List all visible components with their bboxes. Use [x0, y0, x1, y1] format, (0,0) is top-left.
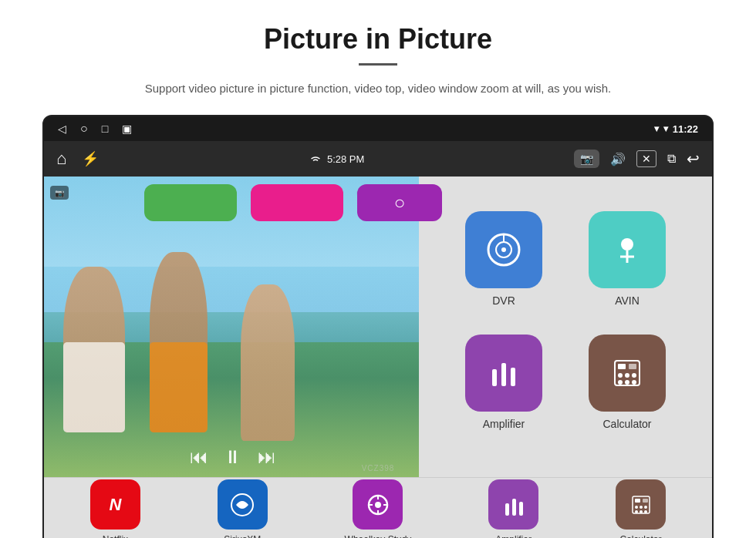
pip-next-button[interactable]: ⏭ [258, 446, 276, 468]
svg-point-18 [632, 380, 636, 385]
amplifier-label: Amplifier [483, 418, 525, 430]
netflix-icon-box[interactable]: N [90, 479, 140, 530]
dvr-icon-box[interactable] [465, 211, 542, 288]
avin-label: AVIN [615, 294, 640, 307]
calculator2-label: Calculator [620, 534, 662, 538]
wheelkey-icon-box[interactable] [353, 479, 403, 530]
svg-point-35 [635, 510, 638, 513]
avin-icon-box[interactable] [589, 211, 666, 288]
svg-point-32 [635, 506, 638, 509]
calculator2-icon [627, 491, 655, 519]
bottom-app-wheelkey[interactable]: Wheelkey Study [345, 479, 412, 538]
svg-rect-26 [505, 503, 509, 516]
top-app-btn-purple[interactable]: ○ [357, 184, 442, 221]
svg-point-16 [618, 380, 623, 385]
back-button[interactable]: ↩ [687, 150, 700, 168]
top-app-btn-green[interactable] [144, 184, 237, 221]
pip-camera-indicator: 📷 [50, 186, 69, 200]
dvr-label: DVR [492, 294, 515, 307]
svg-point-17 [625, 380, 629, 385]
calculator-label: Calculator [602, 418, 651, 430]
amplifier2-label: Amplifier [495, 534, 532, 538]
clock-display: 11:22 [673, 123, 698, 135]
usb-icon: ⚡ [82, 150, 99, 167]
wheelkey-icon [364, 491, 392, 519]
app-item-avin[interactable]: AVIN [573, 211, 681, 319]
back-nav-icon[interactable]: ◁ [58, 123, 66, 135]
siriusxm-icon-box[interactable] [218, 479, 268, 530]
pip-prev-button[interactable]: ⏮ [190, 446, 208, 468]
app-bar: ⌂ ⚡ 5:28 PM 📷 🔊 ✕ ⧉ ↩ [44, 141, 712, 177]
watermark: VCZ398 [362, 464, 395, 472]
svg-point-2 [501, 247, 506, 252]
signal-icon: ▾ [663, 123, 668, 134]
app-item-calculator[interactable]: Calculator [573, 335, 681, 442]
svg-point-33 [640, 506, 643, 509]
svg-rect-31 [643, 499, 648, 503]
amplifier-icon [484, 354, 523, 392]
calculator2-icon-box[interactable] [616, 479, 666, 530]
camera-button[interactable]: 📷 [574, 150, 599, 168]
app-bar-right: 📷 🔊 ✕ ⧉ ↩ [574, 150, 700, 168]
device-frame: ◁ ○ □ ▣ ▾ ▾ 11:22 ⌂ ⚡ [42, 115, 714, 538]
svg-rect-27 [512, 499, 516, 516]
amplifier-icon-box[interactable] [465, 335, 542, 412]
close-button[interactable]: ✕ [636, 150, 656, 167]
bottom-app-amplifier[interactable]: Amplifier [488, 479, 538, 538]
svg-rect-11 [618, 364, 626, 369]
svg-point-13 [618, 373, 623, 378]
bottom-app-netflix[interactable]: N Netflix [90, 479, 140, 538]
bottom-app-calculator[interactable]: Calculator [616, 479, 666, 538]
bottom-apps-row: N Netflix SiriusXM [44, 477, 712, 538]
svg-rect-9 [511, 368, 515, 386]
pip-play-pause-button[interactable]: ⏸ [224, 446, 242, 468]
avin-icon [608, 230, 646, 269]
pip-overlay: 📷 − + ✕ ⏮ [44, 177, 422, 477]
svg-point-37 [644, 510, 647, 513]
svg-point-4 [621, 238, 633, 251]
svg-rect-12 [629, 364, 636, 369]
pip-video: 📷 − + ✕ ⏮ [44, 177, 422, 477]
time-display: 5:28 PM [327, 153, 364, 165]
pip-container[interactable]: 📷 − + ✕ ⏮ [44, 177, 422, 477]
amplifier2-icon-box[interactable] [488, 479, 538, 530]
page-title: Picture in Picture [31, 23, 725, 55]
svg-point-21 [375, 502, 381, 508]
title-divider [359, 63, 397, 66]
home-button[interactable]: ⌂ [56, 149, 66, 169]
app-item-amplifier[interactable]: Amplifier [450, 335, 558, 442]
svg-rect-8 [501, 363, 506, 386]
amplifier2-icon [500, 491, 528, 519]
pip-button[interactable]: ⧉ [667, 152, 676, 166]
recents-nav-icon[interactable]: □ [102, 123, 108, 135]
bottom-app-siriusxm[interactable]: SiriusXM [218, 479, 268, 538]
svg-rect-30 [635, 499, 640, 503]
status-bar-left: ◁ ○ □ ▣ [58, 122, 132, 136]
home-nav-icon[interactable]: ○ [80, 122, 88, 136]
status-bar-right: ▾ ▾ 11:22 [654, 123, 698, 135]
wheelkey-label: Wheelkey Study [345, 534, 412, 538]
wifi-time-area: 5:28 PM [309, 153, 364, 165]
calculator-icon-box[interactable] [589, 335, 666, 412]
location-icon: ▾ [654, 123, 659, 134]
svg-rect-28 [519, 502, 523, 516]
app-item-dvr[interactable]: DVR [450, 211, 558, 319]
main-area: 📷 − + ✕ ⏮ [44, 177, 712, 477]
siriusxm-icon [228, 491, 256, 519]
siriusxm-label: SiriusXM [224, 534, 261, 538]
top-app-btn-pink[interactable] [251, 184, 343, 221]
volume-button[interactable]: 🔊 [610, 152, 626, 166]
app-grid: DVR AVIN [419, 177, 712, 477]
top-app-buttons: ○ [144, 184, 442, 221]
svg-point-15 [632, 373, 636, 378]
calculator-icon [608, 354, 646, 392]
status-bar: ◁ ○ □ ▣ ▾ ▾ 11:22 [44, 116, 712, 141]
svg-point-34 [644, 506, 647, 509]
svg-rect-7 [492, 369, 497, 386]
wifi-icon [309, 153, 322, 164]
netflix-label: Netflix [103, 534, 128, 538]
screenshot-nav-icon[interactable]: ▣ [122, 123, 132, 135]
svg-point-14 [625, 373, 629, 378]
page-subtitle: Support video picture in picture functio… [31, 79, 725, 98]
svg-point-36 [640, 510, 643, 513]
